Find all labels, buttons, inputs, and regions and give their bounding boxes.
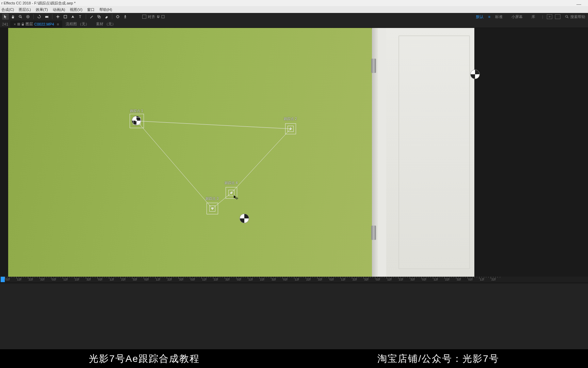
video-banner: 光影7号Ae跟踪合成教程 淘宝店铺/公众号：光影7号 (0, 349, 588, 368)
ruler-tick: 22f (352, 277, 363, 282)
menu-layer[interactable]: 图层(L) (19, 7, 31, 12)
ruler-tick: 12f (63, 277, 74, 282)
clone-tool-icon[interactable] (96, 14, 102, 20)
ruler-tick: 12f (433, 277, 444, 282)
anchor-tool-icon[interactable] (54, 14, 61, 20)
door-area (372, 28, 474, 277)
layer-panel-tab[interactable]: × 图层 C0022.MP4 ≡ (10, 20, 62, 28)
tracking-marker-icon (132, 116, 141, 125)
ruler-tick: 32f (317, 277, 329, 282)
hand-tool-icon[interactable] (10, 14, 16, 20)
ruler-tick: 22f (259, 277, 271, 282)
footage-label: 素材 （无） (96, 21, 116, 27)
ruler-tick: 02f (282, 277, 294, 282)
camera-tool-icon[interactable] (43, 14, 50, 20)
menu-composition[interactable]: 合成(C) (1, 7, 14, 12)
ruler-tick: 32f (86, 277, 97, 282)
ruler-tick: 22f (444, 277, 456, 282)
ruler-tick: 22f (28, 277, 39, 282)
ruler-tick: 32f (410, 277, 421, 282)
snap-options-icon[interactable] (161, 15, 165, 18)
ruler-tick: 02f (97, 277, 109, 282)
svg-rect-21 (22, 24, 24, 26)
svg-point-19 (566, 15, 568, 17)
ruler-tick: 02f (190, 277, 201, 282)
ruler-tick: 02f (51, 277, 63, 282)
svg-text:T: T (79, 15, 81, 19)
layer-name[interactable]: C0022.MP4 (34, 22, 54, 26)
layer-label: 图层 (26, 21, 33, 27)
ruler-ticks: 02f12f22f32f02f12f22f32f02f12f22f32f02f1… (5, 277, 588, 282)
ruler-tick: 22f (74, 277, 86, 282)
ruler-tick: 22f (120, 277, 132, 282)
eraser-tool-icon[interactable] (103, 14, 110, 20)
svg-point-3 (28, 16, 29, 17)
minimize-icon[interactable]: — (576, 1, 581, 7)
menu-help[interactable]: 帮助(H) (99, 7, 112, 12)
lock-icon (21, 22, 24, 26)
workspace-library[interactable]: 库 (527, 14, 539, 20)
ruler-tick: 12f (340, 277, 352, 282)
rotate-tool-icon[interactable] (36, 14, 43, 20)
menu-view[interactable]: 视图(V) (70, 7, 82, 12)
ruler-tick: 32f (456, 277, 468, 282)
ruler-tick: 02f (236, 277, 248, 282)
footage-tab[interactable]: 素材 （无） (93, 20, 119, 28)
snap-magnet-icon (157, 15, 160, 18)
workspace-standard[interactable]: 标准 (491, 14, 507, 20)
ruler-tick: 02f (144, 277, 155, 282)
panel-menu-icon[interactable]: ≡ (57, 22, 59, 26)
toolbar: T 对齐 默认 ≡ 标准 小屏幕 库 | » 搜索帮助 (0, 13, 588, 20)
playhead-icon[interactable] (1, 277, 5, 282)
timeline-ruler[interactable]: 02f12f22f32f02f12f22f32f02f12f22f32f02f1… (0, 277, 588, 282)
puppet-tool-icon[interactable] (122, 14, 129, 20)
menu-bar: 合成(C) 图层(L) 效果(T) 动画(A) 视图(V) 窗口 帮助(H) (0, 6, 588, 13)
pen-tool-icon[interactable] (69, 14, 76, 20)
ruler-tick: 22f (306, 277, 317, 282)
snap-control: 对齐 (142, 14, 165, 19)
ruler-tick: 02f (421, 277, 433, 282)
viewport[interactable]: 跟踪点 1 跟踪点 2 跟踪点 3 跟踪点 4 (0, 28, 588, 283)
expand-panel-icon[interactable]: » (547, 14, 552, 19)
flowchart-tab[interactable]: 流程图 （无） (62, 20, 93, 28)
search-icon (565, 15, 569, 19)
svg-line-17 (125, 17, 126, 18)
workspace-menu-icon[interactable]: ≡ (488, 15, 490, 19)
workspace-default[interactable]: 默认 (472, 14, 488, 20)
workspace-small-screen[interactable]: 小屏幕 (507, 14, 527, 20)
orbit-tool-icon[interactable] (24, 14, 31, 20)
ruler-tick: 12f (387, 277, 398, 282)
svg-line-1 (21, 17, 22, 18)
zoom-tool-icon[interactable] (17, 14, 24, 20)
menu-animation[interactable]: 动画(A) (53, 7, 65, 12)
ruler-tick: 32f (39, 277, 51, 282)
svg-rect-18 (162, 15, 164, 18)
ruler-tick: 32f (178, 277, 190, 282)
ruler-tick: 32f (363, 277, 375, 282)
door-hinge (371, 59, 376, 73)
ruler-tick: 02f (329, 277, 340, 282)
banner-right-text: 淘宝店铺/公众号：光影7号 (377, 352, 499, 365)
panel-grid-icon[interactable] (555, 14, 560, 19)
roto-tool-icon[interactable] (114, 14, 121, 20)
svg-line-20 (568, 17, 569, 18)
title-bar: r Effects CC 2018 - F:\跟踪点\跟踪合成.aep * — (0, 0, 588, 6)
menu-effect[interactable]: 效果(T) (36, 7, 48, 12)
color-chip-icon (17, 23, 20, 26)
flowchart-label: 流程图 （无） (66, 21, 89, 27)
selection-tool-icon[interactable] (2, 14, 9, 20)
snap-checkbox[interactable] (142, 15, 146, 19)
svg-rect-8 (64, 15, 67, 18)
ruler-tick: 12f (16, 277, 28, 282)
menu-window[interactable]: 窗口 (87, 7, 95, 12)
search-help[interactable]: 搜索帮助 (565, 14, 585, 19)
ruler-tick: 12f (294, 277, 306, 282)
ruler-tick: 02f (468, 277, 479, 282)
ruler-tick: 22f (398, 277, 410, 282)
brush-tool-icon[interactable] (88, 14, 95, 20)
ruler-tick: 12f (248, 277, 259, 282)
shape-tool-icon[interactable] (62, 14, 69, 20)
ruler-tick: 32f (132, 277, 144, 282)
text-tool-icon[interactable]: T (77, 14, 84, 20)
ruler-tick: 22f (491, 277, 502, 282)
